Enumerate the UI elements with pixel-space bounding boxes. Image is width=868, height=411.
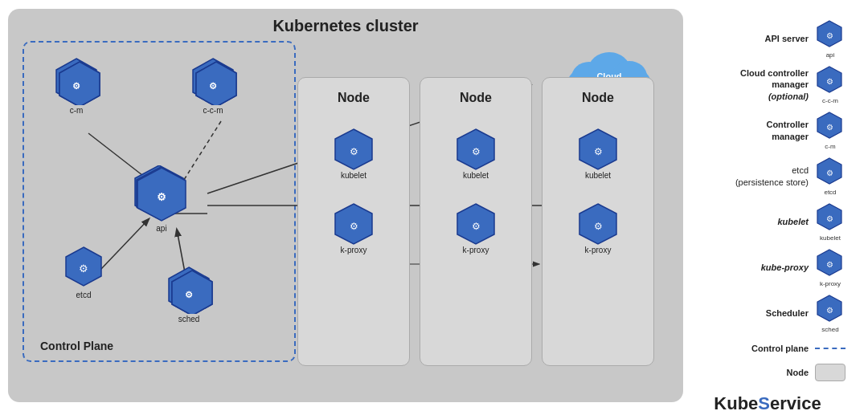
legend-kproxy-icon: ⚙ k-proxy: [815, 248, 845, 287]
legend-cm: Controllermanager ⚙ c-m: [690, 108, 845, 153]
kproxy-2-label: k-proxy: [463, 246, 489, 254]
svg-text:⚙: ⚙: [350, 221, 358, 232]
ccm-label: c-c-m: [189, 106, 237, 115]
svg-text:⚙: ⚙: [157, 191, 166, 203]
k8s-cluster: Kubernetes cluster Control Plane: [8, 9, 683, 402]
node-2-label: Node: [460, 91, 492, 105]
svg-text:⚙: ⚙: [472, 221, 481, 232]
svg-text:⚙: ⚙: [826, 169, 833, 177]
svg-text:⚙: ⚙: [594, 146, 603, 157]
svg-text:⚙: ⚙: [826, 31, 833, 40]
legend-api-icon: ⚙ api: [815, 19, 845, 59]
legend-api-server: API server ⚙ api: [690, 17, 845, 61]
svg-text:⚙: ⚙: [350, 146, 358, 157]
kproxy-2: ⚙ k-proxy: [454, 202, 497, 254]
svg-text:⚙: ⚙: [72, 81, 80, 91]
kproxy-3: ⚙ k-proxy: [576, 202, 620, 254]
legend-scheduler-label: Scheduler: [690, 307, 815, 319]
legend-node: Node: [690, 361, 845, 384]
svg-text:⚙: ⚙: [209, 81, 217, 91]
cm-icon-group: ⚙ c-m: [52, 57, 100, 115]
legend-ccm: Cloud controllermanager(optional) ⚙ c-c-…: [690, 63, 845, 107]
svg-text:⚙: ⚙: [472, 146, 481, 157]
node-1-label: Node: [338, 91, 370, 105]
legend-node-label: Node: [690, 367, 815, 378]
svg-text:⚙: ⚙: [826, 214, 833, 223]
api-icon-group: ⚙ api: [133, 165, 190, 233]
legend-scheduler-icon: ⚙ sched: [815, 294, 845, 333]
kproxy-1: ⚙ k-proxy: [332, 202, 375, 254]
legend-ccm-icon: ⚙ c-c-m: [815, 65, 845, 104]
legend-dashed-icon: [815, 340, 845, 357]
svg-text:⚙: ⚙: [185, 290, 193, 299]
svg-text:⚙: ⚙: [79, 262, 88, 275]
kubelet-3-label: kubelet: [585, 171, 611, 180]
node-box-3: Node ⚙ kubelet ⚙ k-proxy: [542, 77, 654, 366]
legend-scheduler: Scheduler ⚙ sched: [690, 291, 845, 336]
control-plane-label: Control Plane: [40, 340, 113, 352]
kproxy-1-label: k-proxy: [341, 246, 367, 254]
api-label: api: [133, 224, 190, 233]
brand-footer: KubeService @DONGJIANG: [690, 393, 845, 411]
legend-etcd-label: etcd(persistence store): [690, 165, 815, 188]
cluster-title: Kubernetes cluster: [272, 17, 418, 35]
legend-kproxy-label: kube-proxy: [690, 262, 815, 273]
legend-ccm-label: Cloud controllermanager(optional): [690, 67, 815, 102]
kubelet-3: ⚙ kubelet: [576, 128, 620, 180]
legend-control-plane-label: Control plane: [690, 343, 815, 354]
sched-icon-group: ⚙ sched: [165, 266, 213, 324]
etcd-label: etcd: [63, 291, 104, 299]
cm-label: c-m: [52, 106, 100, 115]
dashed-line-visual: [815, 348, 845, 349]
svg-text:⚙: ⚙: [826, 123, 833, 132]
legend-kubelet: kubelet ⚙ kubelet: [690, 200, 845, 244]
sched-label: sched: [165, 315, 213, 324]
legend-kubelet-icon: ⚙ kubelet: [815, 202, 845, 242]
etcd-icon-group: ⚙ etcd: [63, 246, 104, 299]
svg-text:⚙: ⚙: [826, 306, 833, 315]
node-3-label: Node: [582, 91, 614, 105]
legend-node-icon: [815, 364, 845, 381]
brand-name: KubeService: [690, 393, 845, 411]
node-box-1: Node ⚙ kubelet ⚙ k-proxy: [297, 77, 410, 366]
legend-node-box: [815, 364, 845, 381]
legend-api-label: API server: [690, 33, 815, 44]
main-container: Kubernetes cluster Control Plane: [0, 0, 868, 411]
ccm-icon-group: ⚙ c-c-m: [189, 57, 237, 115]
legend-kproxy: kube-proxy ⚙ k-proxy: [690, 246, 845, 290]
svg-text:⚙: ⚙: [826, 77, 833, 86]
legend-cm-label: Controllermanager: [690, 119, 815, 142]
legend-cm-icon: ⚙ c-m: [815, 111, 845, 150]
svg-text:⚙: ⚙: [826, 260, 833, 269]
legend-control-plane: Control plane: [690, 337, 845, 360]
kubelet-1-label: kubelet: [341, 171, 366, 180]
svg-text:⚙: ⚙: [594, 221, 603, 232]
node-box-2: Node ⚙ kubelet ⚙ k-proxy: [420, 77, 532, 366]
kubelet-2-label: kubelet: [463, 171, 489, 180]
kubelet-2: ⚙ kubelet: [454, 128, 497, 180]
kproxy-3-label: k-proxy: [585, 246, 612, 254]
kubelet-1: ⚙ kubelet: [332, 128, 375, 180]
nodes-area: Node ⚙ kubelet ⚙ k-proxy: [297, 57, 675, 386]
legend-etcd-icon: ⚙ etcd: [815, 157, 845, 196]
legend-panel: API server ⚙ api Cloud controllermanager…: [683, 9, 852, 402]
legend-etcd: etcd(persistence store) ⚙ etcd: [690, 154, 845, 198]
legend-kubelet-label: kubelet: [690, 216, 815, 227]
